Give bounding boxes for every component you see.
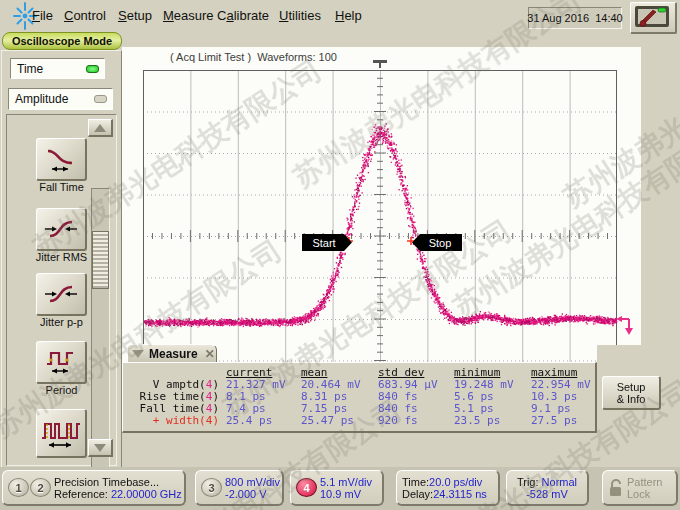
- jitter-rms-button[interactable]: [36, 208, 87, 251]
- period-button[interactable]: [36, 341, 87, 384]
- menu-bar: File Control Setup Measure Calibrate Uti…: [0, 0, 680, 31]
- channel4-chip[interactable]: 4: [296, 478, 317, 497]
- timebase-status-button[interactable]: 1 2 Precision Timebase...Reference: 22.0…: [2, 470, 186, 506]
- oscilloscope-mode-label: Oscilloscope Mode: [2, 32, 122, 50]
- menu-utilities[interactable]: Utilities: [279, 8, 321, 23]
- amplitude-led-icon: [94, 95, 107, 103]
- start-marker-flag[interactable]: Start: [302, 234, 352, 251]
- measurement-buttons-panel: Fall Time Jitter RMS: [6, 114, 117, 466]
- menu-measure[interactable]: Measure: [163, 8, 214, 23]
- scroll-up-button[interactable]: [88, 119, 113, 137]
- scroll-down-icon: [94, 444, 106, 452]
- period-icon: [42, 348, 80, 376]
- time-led-icon: [86, 65, 99, 73]
- jitter-pp-icon: [42, 280, 80, 308]
- category-amplitude[interactable]: Amplitude: [8, 88, 113, 110]
- fall-time-icon: [42, 145, 80, 173]
- oscilloscope-app: File Control Setup Measure Calibrate Uti…: [0, 0, 680, 510]
- setup-info-button[interactable]: Setup& Info: [602, 376, 661, 410]
- pattern-waveform-icon: [40, 416, 82, 450]
- datetime-display: 31 Aug 2016 14:40: [528, 7, 622, 29]
- scroll-down-button[interactable]: [88, 439, 113, 457]
- channel2-chip[interactable]: 2: [30, 478, 51, 497]
- pattern-lock-button[interactable]: PatternLock: [602, 470, 678, 506]
- touchscreen-icon: [632, 4, 672, 29]
- jitter-pp-button[interactable]: [36, 273, 87, 316]
- channel1-chip[interactable]: 1: [8, 478, 29, 497]
- channel4-waveform-trace: [122, 47, 641, 362]
- timebase-scale-button[interactable]: Time:20.0 ps/divDelay:24.3115 ns: [396, 470, 500, 506]
- channel-level-marker-icon: [616, 313, 638, 339]
- trigger-status-button[interactable]: Trig: Normal-528 mV: [506, 470, 589, 506]
- category-time[interactable]: Time: [10, 58, 105, 79]
- menu-control[interactable]: Control: [64, 8, 106, 23]
- channel4-status-button[interactable]: 4 5.1 mV/div10.9 mV: [290, 470, 384, 506]
- jitter-rms-icon: [42, 215, 80, 243]
- menu-calibrate[interactable]: Calibrate: [217, 8, 269, 23]
- channel3-status-button[interactable]: 3 800 mV/div-2.000 V: [195, 470, 284, 506]
- status-bar: 1 2 Precision Timebase...Reference: 22.0…: [0, 467, 680, 510]
- measure-panel-tab[interactable]: Measure ✕: [127, 344, 217, 362]
- measure-tab-title: Measure: [149, 347, 198, 361]
- channel3-chip[interactable]: 3: [201, 478, 222, 497]
- close-icon[interactable]: ✕: [205, 347, 215, 361]
- scroll-up-icon: [94, 124, 106, 132]
- menu-file[interactable]: File: [32, 8, 53, 23]
- category-time-label: Time: [17, 62, 43, 76]
- fall-time-button[interactable]: [36, 138, 87, 181]
- category-amplitude-label: Amplitude: [15, 92, 68, 106]
- trigger-position-marker: [373, 60, 387, 63]
- scrollbar-thumb[interactable]: [92, 231, 109, 289]
- stop-marker-flag[interactable]: Stop: [412, 234, 462, 251]
- touchscreen-toggle-button[interactable]: [630, 2, 677, 34]
- measure-row-pluswidth: + width(4) 25.4 ps 25.47 ps 920 fs 23.5 …: [123, 415, 595, 427]
- collapse-chevron-icon[interactable]: [132, 350, 144, 358]
- measurement-sidebar: Time Amplitude Fall Time: [1, 50, 122, 469]
- padlock-open-icon: [608, 478, 624, 498]
- menu-help[interactable]: Help: [335, 8, 362, 23]
- measure-results-panel: current mean std dev minimum maximum V a…: [122, 362, 597, 433]
- menu-setup[interactable]: Setup: [118, 8, 152, 23]
- pattern-measure-button[interactable]: [36, 409, 87, 458]
